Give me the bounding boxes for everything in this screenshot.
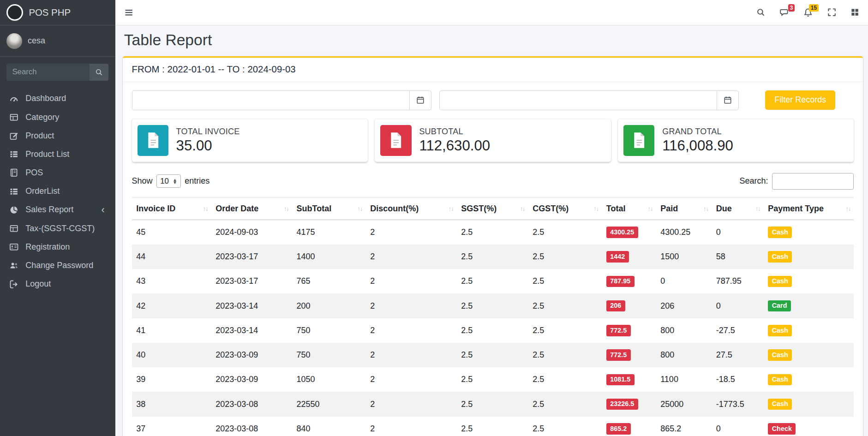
stat-content: SUBTOTAL 112,630.00 bbox=[419, 127, 490, 154]
sort-icon[interactable] bbox=[358, 205, 363, 212]
table-row[interactable]: 37 2023-03-08 840 2 2.5 2.5 865.2 865.2 bbox=[132, 417, 854, 436]
user-panel[interactable]: cesa bbox=[0, 25, 115, 57]
cell-sgst: 2.5 bbox=[457, 417, 528, 436]
cell-cgst: 2.5 bbox=[528, 318, 602, 343]
edit-icon bbox=[8, 131, 19, 140]
sidebar-item-registration[interactable]: Registration bbox=[5, 238, 111, 256]
sidebar-item-tax[interactable]: Tax-(SGST-CGST) bbox=[5, 219, 111, 238]
sidebar-item-dashboard[interactable]: Dashboard bbox=[5, 90, 111, 108]
entries-label: entries bbox=[185, 176, 210, 186]
table-row[interactable]: 38 2023-03-08 22550 2 2.5 2.5 23226.5 25… bbox=[132, 392, 854, 416]
total-badge: 206 bbox=[606, 300, 625, 311]
total-badge: 1442 bbox=[606, 251, 629, 262]
sidebar-item-label: Registration bbox=[25, 242, 70, 252]
sort-icon[interactable] bbox=[449, 205, 454, 212]
brand-title: POS PHP bbox=[29, 7, 71, 18]
list-icon bbox=[8, 187, 19, 196]
cell-sgst: 2.5 bbox=[457, 392, 528, 416]
total-badge: 772.5 bbox=[606, 325, 631, 336]
date-to-group bbox=[439, 90, 739, 110]
app-logo-icon bbox=[6, 4, 23, 21]
sidebar-item-sales-report[interactable]: Sales Report ‹ bbox=[5, 201, 111, 219]
table-row[interactable]: 43 2023-03-17 765 2 2.5 2.5 787.95 0 bbox=[132, 269, 854, 293]
column-header[interactable]: Paid bbox=[656, 197, 712, 220]
messages-icon[interactable]: 3 bbox=[780, 8, 789, 17]
table-row[interactable]: 40 2023-03-09 750 2 2.5 2.5 772.5 800 bbox=[132, 343, 854, 367]
brand[interactable]: POS PHP bbox=[0, 0, 115, 25]
column-header[interactable]: Discount(%) bbox=[366, 197, 457, 220]
sort-icon[interactable] bbox=[284, 205, 289, 212]
table-row[interactable]: 45 2024-09-03 4175 2 2.5 2.5 4300.25 430… bbox=[132, 220, 854, 245]
main-area: 3 15 Table Report FROM : 2022-01-01 -- T… bbox=[115, 0, 868, 436]
cell-discount: 2 bbox=[366, 269, 457, 293]
payment-type-badge: Cash bbox=[768, 227, 792, 238]
sidebar-search-input[interactable] bbox=[6, 64, 90, 81]
filter-records-button[interactable]: Filter Records bbox=[765, 90, 835, 110]
column-header[interactable]: Due bbox=[712, 197, 764, 220]
sidebar-item-logout[interactable]: Logout bbox=[5, 275, 111, 293]
cell-order-date: 2023-03-08 bbox=[211, 392, 292, 416]
cell-paid: 800 bbox=[656, 318, 712, 343]
sort-icon[interactable] bbox=[755, 205, 760, 212]
cell-due: -18.5 bbox=[712, 367, 764, 392]
hamburger-menu-icon[interactable] bbox=[124, 8, 133, 17]
date-from-calendar-button[interactable] bbox=[409, 90, 431, 110]
table-search-input[interactable] bbox=[772, 173, 854, 190]
stat-card: SUBTOTAL 112,630.00 bbox=[375, 119, 611, 161]
page-length-select[interactable]: 10 ▲▼ bbox=[156, 174, 181, 188]
sidebar-item-product-list[interactable]: Product List bbox=[5, 145, 111, 163]
sidebar-item-label: Sales Report bbox=[25, 205, 73, 215]
cell-total: 865.2 bbox=[602, 417, 656, 436]
table-row[interactable]: 39 2023-03-09 1050 2 2.5 2.5 1081.5 1100 bbox=[132, 367, 854, 392]
date-range-label: FROM : 2022-01-01 -- TO : 2024-09-03 bbox=[123, 58, 862, 82]
cell-payment-type: Cash bbox=[764, 245, 854, 269]
grid-menu-icon[interactable] bbox=[850, 8, 859, 17]
column-header[interactable]: Payment Type bbox=[764, 197, 854, 220]
cell-paid: 1500 bbox=[656, 245, 712, 269]
column-label: SubTotal bbox=[297, 204, 332, 213]
cell-sgst: 2.5 bbox=[457, 318, 528, 343]
sort-icon[interactable] bbox=[845, 205, 850, 212]
sidebar-item-pos[interactable]: POS bbox=[5, 163, 111, 182]
cell-cgst: 2.5 bbox=[528, 293, 602, 318]
fullscreen-icon[interactable] bbox=[827, 8, 836, 17]
sort-icon[interactable] bbox=[520, 205, 525, 212]
column-header[interactable]: Total bbox=[602, 197, 656, 220]
cell-discount: 2 bbox=[366, 392, 457, 416]
notifications-bell-icon[interactable]: 15 bbox=[803, 8, 813, 17]
cell-total: 1442 bbox=[602, 245, 656, 269]
cell-subtotal: 765 bbox=[292, 269, 366, 293]
column-header[interactable]: Invoice ID bbox=[132, 197, 211, 220]
cell-subtotal: 1400 bbox=[292, 245, 366, 269]
file-icon bbox=[623, 125, 654, 156]
chart-pie-icon bbox=[8, 205, 19, 215]
column-header[interactable]: Order Date bbox=[211, 197, 292, 220]
search-icon[interactable] bbox=[756, 8, 765, 17]
cell-sgst: 2.5 bbox=[457, 343, 528, 367]
date-to-calendar-button[interactable] bbox=[717, 90, 739, 110]
date-to-input[interactable] bbox=[439, 90, 717, 110]
sort-icon[interactable] bbox=[648, 205, 653, 212]
column-header[interactable]: SubTotal bbox=[292, 197, 366, 220]
column-header[interactable]: SGST(%) bbox=[457, 197, 528, 220]
sidebar-item-label: POS bbox=[25, 168, 43, 178]
column-header[interactable]: CGST(%) bbox=[528, 197, 602, 220]
sort-icon[interactable] bbox=[703, 205, 708, 212]
cell-total: 772.5 bbox=[602, 318, 656, 343]
sort-icon[interactable] bbox=[593, 205, 599, 212]
search-icon bbox=[95, 68, 103, 76]
cell-invoice-id: 40 bbox=[132, 343, 211, 367]
sidebar-item-change-password[interactable]: Change Password bbox=[5, 256, 111, 275]
table-row[interactable]: 44 2023-03-17 1400 2 2.5 2.5 1442 1500 bbox=[132, 245, 854, 269]
cell-discount: 2 bbox=[366, 343, 457, 367]
payment-type-badge: Cash bbox=[768, 349, 792, 360]
table-row[interactable]: 41 2023-03-14 750 2 2.5 2.5 772.5 800 bbox=[132, 318, 854, 343]
date-from-input[interactable] bbox=[132, 90, 409, 110]
sidebar-item-product[interactable]: Product bbox=[5, 126, 111, 145]
table-row[interactable]: 42 2023-03-14 200 2 2.5 2.5 206 206 bbox=[132, 293, 854, 318]
sidebar-search-button[interactable] bbox=[90, 64, 108, 81]
column-label: Payment Type bbox=[768, 204, 824, 213]
sidebar-item-orderlist[interactable]: OrderList bbox=[5, 182, 111, 201]
sort-icon[interactable] bbox=[203, 205, 208, 212]
sidebar-item-category[interactable]: Category bbox=[5, 108, 111, 126]
